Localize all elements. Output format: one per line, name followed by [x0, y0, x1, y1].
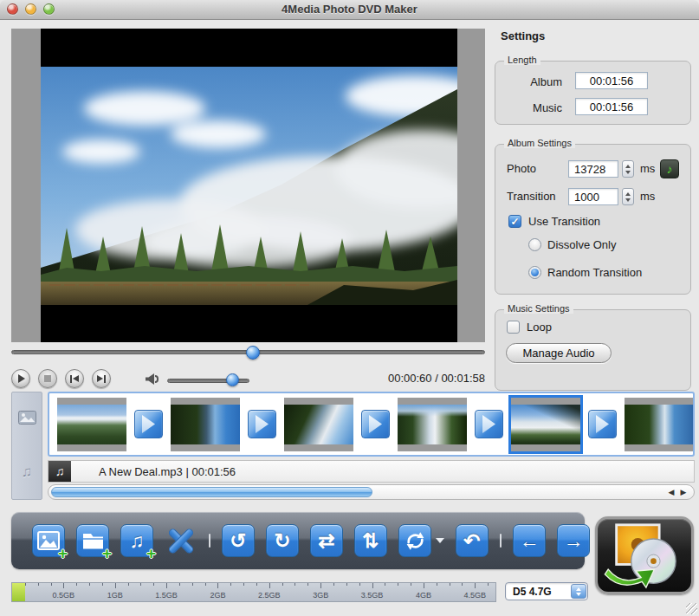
- play-button[interactable]: [11, 369, 30, 388]
- transition-arrow-4[interactable]: [475, 410, 503, 438]
- transition-arrow-3[interactable]: [361, 410, 390, 438]
- add-plus-icon: +: [58, 545, 68, 561]
- transition-duration-field[interactable]: 1000: [568, 188, 618, 205]
- capacity-tick: [333, 583, 334, 586]
- move-right-icon: →: [564, 531, 584, 551]
- settings-title: Settings: [501, 29, 545, 42]
- capacity-tick-label: 2.5GB: [258, 591, 281, 600]
- swap-vertical-icon: ⇅: [362, 531, 379, 551]
- capacity-tick-label: 2GB: [210, 591, 225, 600]
- capacity-tick: [38, 583, 39, 586]
- rotate-left-button[interactable]: ↺: [222, 524, 255, 557]
- capacity-tick: [359, 583, 360, 586]
- disc-capacity-bar: 0.5GB1GB1.5GB2GB2.5GB3GB3.5GB4GB4.5GB: [11, 582, 496, 602]
- capacity-tick: [411, 583, 411, 586]
- music-note-icon: ♫: [49, 461, 71, 482]
- timeline-strip: [48, 392, 695, 457]
- disc-type-stepper[interactable]: [571, 584, 586, 599]
- add-folder-button[interactable]: +: [76, 524, 109, 557]
- transition-arrow-5[interactable]: [588, 410, 617, 438]
- capacity-used-fill: [12, 583, 25, 601]
- transition-arrow-1[interactable]: [134, 410, 163, 438]
- timeline-scrollbar[interactable]: ◀ ▶: [48, 484, 695, 500]
- transition-right-arrow-icon: [482, 415, 495, 433]
- timeline-photo-1[interactable]: [57, 398, 126, 451]
- album-length-field[interactable]: 00:01:56: [575, 72, 648, 89]
- capacity-tick: [488, 583, 489, 586]
- add-plus-icon: +: [102, 545, 112, 561]
- move-right-button[interactable]: →: [557, 524, 590, 557]
- move-left-button[interactable]: ←: [513, 524, 546, 557]
- add-plus-icon: +: [146, 545, 156, 561]
- volume-slider-thumb[interactable]: [226, 373, 239, 386]
- transition-duration-stepper[interactable]: [622, 188, 634, 205]
- music-track-row[interactable]: ♫ A New Deal.mp3 | 00:01:56: [48, 460, 695, 483]
- capacity-tick: [140, 583, 141, 586]
- timeline-photo-6[interactable]: [625, 398, 694, 451]
- add-music-button[interactable]: ♫+: [120, 524, 153, 557]
- capacity-tick: [217, 583, 218, 588]
- use-transition-checkbox[interactable]: ✓: [508, 215, 521, 228]
- swap-horizontal-icon: ⇄: [318, 531, 334, 551]
- sync-arrows-icon: [405, 530, 426, 552]
- music-note-icon: ♫: [129, 531, 144, 551]
- window-title: 4Media Photo DVD Maker: [0, 3, 699, 16]
- capacity-tick: [205, 583, 206, 586]
- timeline-photo-3[interactable]: [284, 398, 353, 451]
- previous-button[interactable]: [65, 369, 84, 388]
- capacity-tick: [475, 583, 476, 588]
- album-length-label: Album: [530, 75, 562, 88]
- timeline-photo-2[interactable]: [171, 398, 240, 451]
- capacity-tick: [294, 583, 295, 586]
- transition-effect-button[interactable]: [398, 524, 431, 557]
- album-settings-label: Album Settings: [504, 138, 575, 148]
- stop-button[interactable]: [38, 369, 57, 388]
- sync-to-music-button[interactable]: ♪: [660, 159, 679, 178]
- music-length-field[interactable]: 00:01:56: [575, 98, 648, 115]
- capacity-tick: [128, 583, 129, 586]
- music-track-icon[interactable]: ♫: [22, 464, 33, 481]
- manage-audio-button[interactable]: Manage Audio: [506, 343, 612, 363]
- length-group: Length Album 00:01:56 Music 00:01:56: [495, 61, 691, 125]
- dissolve-only-radio[interactable]: [528, 238, 541, 251]
- rotate-left-icon: ↺: [230, 531, 246, 551]
- transition-right-arrow-icon: [142, 415, 155, 433]
- use-transition-label: Use Transition: [528, 215, 600, 228]
- photo-track-icon[interactable]: [18, 411, 36, 428]
- next-button[interactable]: [92, 369, 111, 388]
- scroll-right-button[interactable]: ▶: [678, 487, 689, 498]
- seek-slider-thumb[interactable]: [246, 346, 260, 360]
- capacity-tick-label: 3.5GB: [361, 591, 384, 600]
- scrollbar-thumb[interactable]: [51, 487, 372, 497]
- photo-duration-stepper[interactable]: [622, 160, 634, 178]
- move-left-icon: ←: [520, 531, 540, 551]
- transition-right-arrow-icon: [596, 415, 609, 433]
- add-photo-button[interactable]: +: [32, 524, 65, 557]
- swap-vertical-button[interactable]: ⇅: [354, 524, 387, 557]
- scroll-left-button[interactable]: ◀: [666, 487, 676, 498]
- timeline-photo-5[interactable]: [511, 398, 580, 451]
- timeline-photo-4[interactable]: [398, 398, 467, 451]
- capacity-tick: [385, 583, 385, 586]
- capacity-tick-label: 4GB: [416, 591, 431, 600]
- capacity-tick: [320, 583, 321, 588]
- undo-button[interactable]: ↶: [456, 524, 489, 557]
- rotate-right-button[interactable]: ↻: [266, 524, 299, 557]
- music-track-label: A New Deal.mp3 | 00:01:56: [99, 465, 236, 478]
- random-transition-radio[interactable]: [528, 266, 541, 279]
- photo-duration-field[interactable]: 13728: [568, 160, 618, 178]
- disc-type-select[interactable]: D5 4.7G: [505, 582, 588, 600]
- resize-grip[interactable]: [686, 603, 697, 614]
- music-settings-label: Music Settings: [504, 303, 573, 314]
- timeline-mode-rail: ♫: [11, 392, 42, 500]
- transition-arrow-2[interactable]: [248, 410, 276, 438]
- loop-checkbox[interactable]: ✓: [507, 321, 520, 334]
- transition-dropdown-caret-icon[interactable]: [436, 538, 444, 543]
- capacity-tick: [179, 583, 180, 586]
- start-burn-button[interactable]: [595, 516, 694, 594]
- swap-horizontal-button[interactable]: ⇄: [310, 524, 343, 557]
- capacity-tick: [346, 583, 347, 586]
- capacity-tick: [230, 583, 231, 586]
- capacity-tick: [437, 583, 437, 586]
- delete-button[interactable]: [165, 524, 197, 557]
